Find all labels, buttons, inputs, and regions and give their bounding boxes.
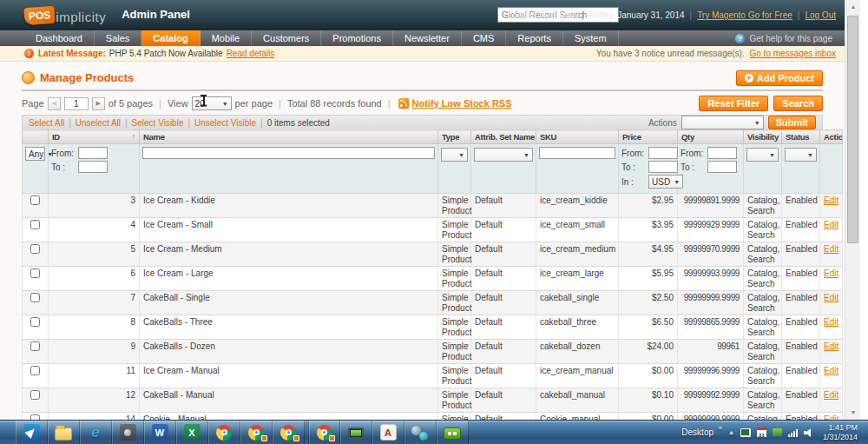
select-all-link[interactable]: Select All: [29, 118, 64, 128]
row-checkbox[interactable]: [30, 341, 40, 351]
edit-link[interactable]: Edit: [824, 317, 838, 327]
nav-item-system[interactable]: System: [563, 30, 619, 46]
cell-sku: ice_cream_large: [536, 267, 619, 291]
vertical-scrollbar[interactable]: ▲ ▼: [845, 0, 860, 420]
column-qty[interactable]: Qty: [678, 130, 744, 144]
taskbar-icon-windows-explorer[interactable]: [48, 421, 80, 444]
taskbar-icon-internet-explorer[interactable]: e: [80, 421, 112, 444]
nav-item-customers[interactable]: Customers: [252, 30, 321, 46]
edit-link[interactable]: Edit: [824, 341, 838, 351]
cell-visibility: Catalog, Search: [744, 364, 782, 388]
nav-item-reports[interactable]: Reports: [506, 30, 563, 46]
add-product-button[interactable]: + Add Product: [736, 70, 823, 86]
row-checkbox[interactable]: [30, 220, 40, 229]
taskbar-icon-roboform[interactable]: [437, 421, 469, 444]
posimplicity-logo[interactable]: POS implicity: [24, 7, 106, 24]
currency-select[interactable]: USD ▼: [648, 175, 683, 189]
edit-link[interactable]: Edit: [824, 293, 838, 302]
row-checkbox[interactable]: [30, 195, 40, 205]
taskbar-icon-launcher-rocket[interactable]: [16, 421, 48, 444]
column-sku[interactable]: SKU: [536, 130, 619, 144]
edit-link[interactable]: Edit: [824, 244, 838, 254]
scroll-down-button[interactable]: ▼: [845, 406, 861, 420]
attrib-set-filter-select[interactable]: ▼: [474, 148, 533, 162]
unselect-visible-link[interactable]: Unselect Visible: [194, 118, 256, 128]
price-from-input[interactable]: [648, 147, 678, 159]
select-visible-link[interactable]: Select Visible: [132, 118, 184, 128]
previous-page-button[interactable]: ◀: [48, 97, 61, 110]
nav-item-catalog[interactable]: Catalog: [141, 30, 200, 46]
price-to-input[interactable]: [648, 161, 678, 173]
sku-filter-input[interactable]: [539, 147, 615, 159]
edit-link[interactable]: Edit: [824, 366, 838, 375]
network-signal-icon[interactable]: [788, 428, 798, 437]
row-checkbox[interactable]: [30, 268, 40, 278]
status-filter-select[interactable]: ▼: [785, 148, 817, 162]
qty-to-input[interactable]: [707, 161, 737, 173]
magento-go-link[interactable]: Try Magento Go for Free: [697, 10, 792, 20]
scroll-up-button[interactable]: ▲: [845, 0, 861, 14]
actions-select[interactable]: ▼: [681, 116, 764, 129]
taskbar-clock[interactable]: 1:41 PM 1/31/2014: [819, 423, 861, 441]
taskbar-icon-microsoft-excel[interactable]: X: [176, 421, 208, 444]
taskbar-icon-adobe-reader[interactable]: A: [372, 421, 404, 444]
edit-link[interactable]: Edit: [824, 268, 838, 278]
nav-item-cms[interactable]: CMS: [462, 30, 506, 46]
nav-item-mobile[interactable]: Mobile: [201, 30, 252, 46]
nav-item-promotions[interactable]: Promotions: [321, 30, 393, 46]
id-from-input[interactable]: [78, 147, 108, 159]
column-name[interactable]: Name: [140, 130, 438, 144]
tray-calendar-icon[interactable]: 31: [757, 427, 766, 437]
any-select[interactable]: Any ▼: [25, 147, 45, 161]
row-checkbox[interactable]: [30, 366, 40, 375]
taskbar-icon-remote-desktop[interactable]: [340, 421, 372, 444]
taskbar-icon-google-chrome-3[interactable]: [273, 421, 305, 444]
page-number-input[interactable]: [64, 97, 89, 110]
per-page-select[interactable]: 20 ▼: [192, 96, 232, 110]
scrollbar-thumb[interactable]: [847, 16, 858, 243]
read-details-link[interactable]: Read details: [227, 49, 275, 58]
edit-link[interactable]: Edit: [824, 390, 838, 400]
next-page-button[interactable]: ▶: [92, 97, 105, 110]
taskbar-icon-google-chrome-4[interactable]: [308, 421, 340, 444]
row-checkbox[interactable]: [30, 244, 40, 254]
taskbar-icon-google-chrome-1[interactable]: [208, 421, 240, 444]
toolbar-chevron-icon: »: [719, 424, 722, 432]
nav-item-newsletter[interactable]: Newsletter: [393, 30, 462, 46]
submit-button[interactable]: Submit: [768, 116, 816, 129]
column-price[interactable]: Price: [619, 130, 678, 144]
logout-link[interactable]: Log Out: [805, 10, 836, 20]
column-attrib-set[interactable]: Attrib. Set Name: [471, 130, 536, 144]
show-hidden-icons-button[interactable]: ▲: [728, 429, 734, 435]
visibility-filter-select[interactable]: ▼: [746, 148, 779, 162]
edit-link[interactable]: Edit: [824, 220, 838, 229]
unselect-all-link[interactable]: Unselect All: [76, 118, 121, 128]
desktop-toolbar[interactable]: Desktop »: [681, 427, 722, 437]
get-help-link[interactable]: ? Get help for this page: [735, 30, 845, 46]
column-visibility[interactable]: Visibility: [744, 130, 782, 144]
row-checkbox[interactable]: [30, 293, 40, 302]
row-checkbox[interactable]: [30, 317, 40, 327]
type-filter-select[interactable]: ▼: [441, 148, 468, 162]
tray-network-monitor-icon[interactable]: [740, 428, 751, 437]
nav-item-sales[interactable]: Sales: [95, 30, 142, 46]
taskbar-icon-cisco-app[interactable]: [404, 421, 437, 444]
qty-from-input[interactable]: [707, 147, 737, 159]
column-type[interactable]: Type: [438, 130, 471, 144]
name-filter-input[interactable]: [142, 147, 435, 159]
search-button[interactable]: Search: [773, 96, 823, 111]
taskbar-icon-microsoft-word[interactable]: W: [144, 421, 176, 444]
tray-app-icon[interactable]: [773, 428, 782, 436]
column-id[interactable]: ID ↑: [49, 130, 140, 144]
id-to-input[interactable]: [78, 161, 108, 173]
messages-inbox-link[interactable]: Go to messages inbox: [750, 49, 837, 58]
taskbar-icon-screenshot-tool[interactable]: [112, 421, 144, 444]
nav-item-dashboard[interactable]: Dashboard: [24, 30, 95, 46]
volume-icon[interactable]: [804, 428, 813, 437]
low-stock-rss-link[interactable]: Notify Low Stock RSS: [412, 98, 512, 109]
row-checkbox[interactable]: [30, 390, 40, 400]
column-status[interactable]: Status: [782, 130, 820, 144]
taskbar-icon-google-chrome-2[interactable]: [240, 421, 273, 444]
reset-filter-button[interactable]: Reset Filter: [699, 96, 768, 111]
edit-link[interactable]: Edit: [824, 195, 838, 205]
